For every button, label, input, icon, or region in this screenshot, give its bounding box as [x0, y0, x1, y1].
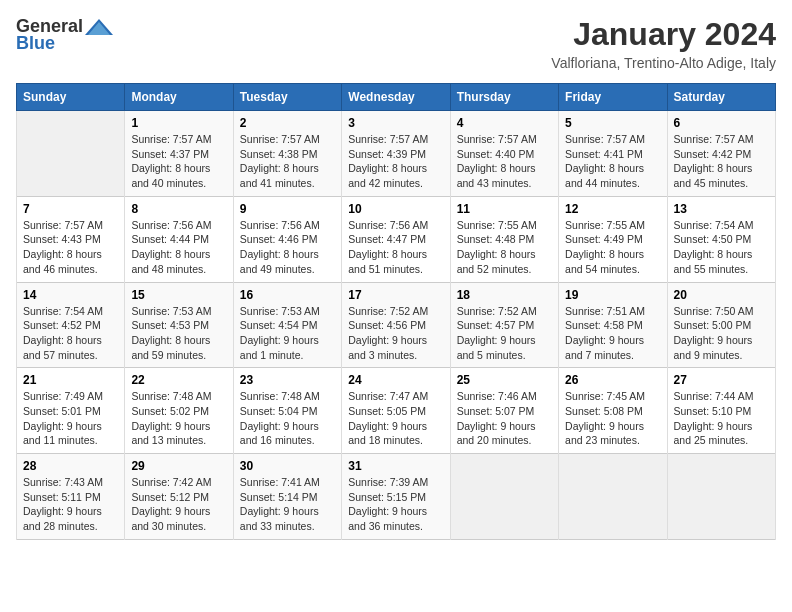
calendar-cell: 8Sunrise: 7:56 AM Sunset: 4:44 PM Daylig… [125, 196, 233, 282]
cell-content: Sunrise: 7:51 AM Sunset: 4:58 PM Dayligh… [565, 304, 660, 363]
cell-content: Sunrise: 7:53 AM Sunset: 4:54 PM Dayligh… [240, 304, 335, 363]
logo-blue-text: Blue [16, 33, 55, 54]
page-header: General Blue January 2024 Valfloriana, T… [16, 16, 776, 71]
day-number: 5 [565, 116, 660, 130]
day-number: 4 [457, 116, 552, 130]
day-number: 16 [240, 288, 335, 302]
cell-content: Sunrise: 7:56 AM Sunset: 4:47 PM Dayligh… [348, 218, 443, 277]
day-number: 20 [674, 288, 769, 302]
day-number: 23 [240, 373, 335, 387]
day-number: 24 [348, 373, 443, 387]
calendar-cell: 11Sunrise: 7:55 AM Sunset: 4:48 PM Dayli… [450, 196, 558, 282]
calendar-cell: 7Sunrise: 7:57 AM Sunset: 4:43 PM Daylig… [17, 196, 125, 282]
title-section: January 2024 Valfloriana, Trentino-Alto … [551, 16, 776, 71]
day-number: 22 [131, 373, 226, 387]
calendar-cell: 5Sunrise: 7:57 AM Sunset: 4:41 PM Daylig… [559, 111, 667, 197]
calendar-cell: 16Sunrise: 7:53 AM Sunset: 4:54 PM Dayli… [233, 282, 341, 368]
calendar-cell: 19Sunrise: 7:51 AM Sunset: 4:58 PM Dayli… [559, 282, 667, 368]
location-subtitle: Valfloriana, Trentino-Alto Adige, Italy [551, 55, 776, 71]
calendar-cell: 2Sunrise: 7:57 AM Sunset: 4:38 PM Daylig… [233, 111, 341, 197]
calendar-week-row: 28Sunrise: 7:43 AM Sunset: 5:11 PM Dayli… [17, 454, 776, 540]
cell-content: Sunrise: 7:54 AM Sunset: 4:52 PM Dayligh… [23, 304, 118, 363]
day-number: 27 [674, 373, 769, 387]
day-header-sunday: Sunday [17, 84, 125, 111]
cell-content: Sunrise: 7:56 AM Sunset: 4:44 PM Dayligh… [131, 218, 226, 277]
calendar-cell: 26Sunrise: 7:45 AM Sunset: 5:08 PM Dayli… [559, 368, 667, 454]
day-number: 29 [131, 459, 226, 473]
day-header-saturday: Saturday [667, 84, 775, 111]
cell-content: Sunrise: 7:47 AM Sunset: 5:05 PM Dayligh… [348, 389, 443, 448]
day-header-monday: Monday [125, 84, 233, 111]
calendar-week-row: 21Sunrise: 7:49 AM Sunset: 5:01 PM Dayli… [17, 368, 776, 454]
cell-content: Sunrise: 7:42 AM Sunset: 5:12 PM Dayligh… [131, 475, 226, 534]
day-number: 2 [240, 116, 335, 130]
day-number: 21 [23, 373, 118, 387]
day-number: 6 [674, 116, 769, 130]
day-number: 11 [457, 202, 552, 216]
day-number: 8 [131, 202, 226, 216]
calendar-cell: 25Sunrise: 7:46 AM Sunset: 5:07 PM Dayli… [450, 368, 558, 454]
calendar-cell: 31Sunrise: 7:39 AM Sunset: 5:15 PM Dayli… [342, 454, 450, 540]
cell-content: Sunrise: 7:57 AM Sunset: 4:37 PM Dayligh… [131, 132, 226, 191]
cell-content: Sunrise: 7:48 AM Sunset: 5:02 PM Dayligh… [131, 389, 226, 448]
cell-content: Sunrise: 7:52 AM Sunset: 4:57 PM Dayligh… [457, 304, 552, 363]
cell-content: Sunrise: 7:57 AM Sunset: 4:42 PM Dayligh… [674, 132, 769, 191]
cell-content: Sunrise: 7:45 AM Sunset: 5:08 PM Dayligh… [565, 389, 660, 448]
calendar-cell: 23Sunrise: 7:48 AM Sunset: 5:04 PM Dayli… [233, 368, 341, 454]
cell-content: Sunrise: 7:57 AM Sunset: 4:38 PM Dayligh… [240, 132, 335, 191]
day-number: 14 [23, 288, 118, 302]
calendar-cell: 21Sunrise: 7:49 AM Sunset: 5:01 PM Dayli… [17, 368, 125, 454]
day-number: 28 [23, 459, 118, 473]
day-number: 15 [131, 288, 226, 302]
cell-content: Sunrise: 7:48 AM Sunset: 5:04 PM Dayligh… [240, 389, 335, 448]
calendar-week-row: 7Sunrise: 7:57 AM Sunset: 4:43 PM Daylig… [17, 196, 776, 282]
calendar-cell: 18Sunrise: 7:52 AM Sunset: 4:57 PM Dayli… [450, 282, 558, 368]
cell-content: Sunrise: 7:54 AM Sunset: 4:50 PM Dayligh… [674, 218, 769, 277]
day-number: 17 [348, 288, 443, 302]
month-year-title: January 2024 [551, 16, 776, 53]
day-number: 10 [348, 202, 443, 216]
calendar-table: SundayMondayTuesdayWednesdayThursdayFrid… [16, 83, 776, 540]
day-number: 18 [457, 288, 552, 302]
calendar-cell: 4Sunrise: 7:57 AM Sunset: 4:40 PM Daylig… [450, 111, 558, 197]
cell-content: Sunrise: 7:44 AM Sunset: 5:10 PM Dayligh… [674, 389, 769, 448]
calendar-cell: 22Sunrise: 7:48 AM Sunset: 5:02 PM Dayli… [125, 368, 233, 454]
day-number: 12 [565, 202, 660, 216]
calendar-cell: 10Sunrise: 7:56 AM Sunset: 4:47 PM Dayli… [342, 196, 450, 282]
cell-content: Sunrise: 7:53 AM Sunset: 4:53 PM Dayligh… [131, 304, 226, 363]
calendar-cell: 27Sunrise: 7:44 AM Sunset: 5:10 PM Dayli… [667, 368, 775, 454]
day-number: 31 [348, 459, 443, 473]
cell-content: Sunrise: 7:39 AM Sunset: 5:15 PM Dayligh… [348, 475, 443, 534]
cell-content: Sunrise: 7:55 AM Sunset: 4:49 PM Dayligh… [565, 218, 660, 277]
calendar-cell: 20Sunrise: 7:50 AM Sunset: 5:00 PM Dayli… [667, 282, 775, 368]
day-number: 9 [240, 202, 335, 216]
cell-content: Sunrise: 7:56 AM Sunset: 4:46 PM Dayligh… [240, 218, 335, 277]
cell-content: Sunrise: 7:55 AM Sunset: 4:48 PM Dayligh… [457, 218, 552, 277]
day-headers-row: SundayMondayTuesdayWednesdayThursdayFrid… [17, 84, 776, 111]
day-header-thursday: Thursday [450, 84, 558, 111]
day-number: 3 [348, 116, 443, 130]
calendar-week-row: 14Sunrise: 7:54 AM Sunset: 4:52 PM Dayli… [17, 282, 776, 368]
logo-icon [85, 17, 113, 37]
cell-content: Sunrise: 7:57 AM Sunset: 4:43 PM Dayligh… [23, 218, 118, 277]
day-number: 25 [457, 373, 552, 387]
calendar-cell: 15Sunrise: 7:53 AM Sunset: 4:53 PM Dayli… [125, 282, 233, 368]
calendar-cell: 28Sunrise: 7:43 AM Sunset: 5:11 PM Dayli… [17, 454, 125, 540]
day-number: 26 [565, 373, 660, 387]
calendar-cell: 3Sunrise: 7:57 AM Sunset: 4:39 PM Daylig… [342, 111, 450, 197]
day-header-wednesday: Wednesday [342, 84, 450, 111]
calendar-cell: 17Sunrise: 7:52 AM Sunset: 4:56 PM Dayli… [342, 282, 450, 368]
calendar-cell: 6Sunrise: 7:57 AM Sunset: 4:42 PM Daylig… [667, 111, 775, 197]
cell-content: Sunrise: 7:41 AM Sunset: 5:14 PM Dayligh… [240, 475, 335, 534]
calendar-cell [667, 454, 775, 540]
day-number: 7 [23, 202, 118, 216]
calendar-cell: 30Sunrise: 7:41 AM Sunset: 5:14 PM Dayli… [233, 454, 341, 540]
calendar-cell [450, 454, 558, 540]
logo: General Blue [16, 16, 113, 54]
calendar-cell [559, 454, 667, 540]
day-header-tuesday: Tuesday [233, 84, 341, 111]
day-number: 19 [565, 288, 660, 302]
cell-content: Sunrise: 7:52 AM Sunset: 4:56 PM Dayligh… [348, 304, 443, 363]
calendar-week-row: 1Sunrise: 7:57 AM Sunset: 4:37 PM Daylig… [17, 111, 776, 197]
day-number: 13 [674, 202, 769, 216]
